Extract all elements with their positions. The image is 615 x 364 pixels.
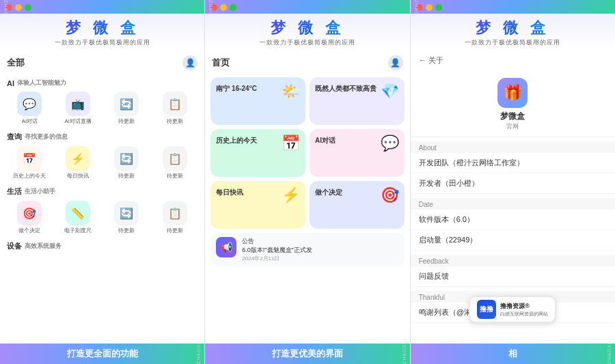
decide-card[interactable]: 做个决定 🎯 [310,181,405,229]
app-subtitle-3: 一款致力于极优极简极用的应用 [413,38,612,47]
feedback-row[interactable]: 问题反馈 [411,266,615,287]
list-item[interactable]: 💬 AI对话 [7,92,53,125]
l-pending2-icon: 📋 [163,201,187,225]
history-card[interactable]: 历史上的今天 📅 [210,129,305,177]
about-section-thankful: Thankful 鸣谢列表（@淋菇 @奶奶抱凌青橼） [411,291,615,323]
l-pending1-icon: 🔄 [114,201,139,225]
titlebar-3 [411,0,615,14]
announcement-bar: 📢 公告 6.0版本!"蠢魅魔盒"正式发 2024年2月11日 [210,233,404,266]
quote-card[interactable]: 既然人类都不致高贵 💎 [310,77,405,125]
section-life: 生活 生活小助手 [7,186,197,197]
section-device-sub: 高效系统服务 [25,242,62,251]
traffic-green-1[interactable] [25,4,31,11]
l-pending1-label: 待更新 [118,227,135,234]
ruler-icon: 📏 [66,201,90,225]
nav-title-1: 全部 [7,57,25,69]
traffic-yellow-1[interactable] [15,4,22,11]
thankful-row: 鸣谢列表（@淋菇 @奶奶抱凌青橼） [411,303,615,323]
list-item[interactable]: 📋 待更新 [152,146,197,180]
section-life-sub: 生活小助手 [25,187,55,196]
list-item[interactable]: 📅 历史上的今天 [7,146,53,180]
p1-sections: AI 体验人工智能魅力 💬 AI对话 📺 AI对话直播 🔄 待更新 📋 [0,73,204,261]
about-app-info: 🎁 梦微盒 官网 [411,71,615,137]
decision-icon: 🎯 [17,201,42,225]
thankful-section-title: Thankful [411,291,615,303]
nav-title-2: 首页 [212,57,230,69]
panel-bottom-2: 打造更优美的界面 [205,344,409,364]
traffic-yellow-2[interactable] [220,4,227,11]
card-grid-bot: 每日快讯 ⚡ 做个决定 🎯 [210,181,404,229]
panel-bottom-3: 相 [411,344,615,364]
panel-content-3: ← 关于 🎁 梦微盒 官网 About 开发团队（橙汁云网络工作室） 开发者（田… [411,50,615,344]
announcement-date: 2024年2月11日 [242,255,312,262]
query-grid: 📅 历史上的今天 ⚡ 每日快讯 🔄 待更新 📋 待更新 [7,146,197,180]
section-device: 设备 高效系统服务 [7,241,197,251]
list-item[interactable]: 🎯 做个决定 [7,201,53,234]
ai-pending2-icon: 📋 [163,92,187,116]
announcement-text: 6.0版本!"蠢魅魔盒"正式发 [242,246,312,255]
q-pending2-icon: 📋 [163,146,187,171]
feedback-section-title: Feedback [411,255,615,266]
panel-content-1: 全部 👤 AI 体验人工智能魅力 💬 AI对话 📺 AI对话直播 🔄 [0,50,204,344]
news-card[interactable]: 每日快讯 ⚡ [210,181,305,229]
panel-content-2: 首页 👤 南宁 16-24°C 🌤️ 既然人类都不致高贵 💎 历史上的今天 📅 [205,50,409,344]
about-app-name: 梦微盒 [500,111,525,122]
l-pending2-label: 待更新 [167,227,183,234]
app-title-1: 梦 微 盒 [3,18,202,38]
ai-grid: 💬 AI对话 📺 AI对话直播 🔄 待更新 📋 待更新 [7,92,197,125]
about-app-tag: 官网 [506,122,519,131]
news-icon: ⚡ [282,186,300,204]
ai-card[interactable]: AI对话 💬 [310,129,405,177]
list-item[interactable]: 📋 待更新 [152,92,197,125]
about-section-feedback: Feedback 问题反馈 [411,255,615,287]
panel-3: ZHAOXIN◇ZHAOXIN◇ZHAOXIN◇ZHAOXIN◇ZHAOXIN◇… [411,0,615,364]
back-button[interactable]: ← 关于 [419,55,443,66]
today-history-icon: 📅 [17,146,42,171]
section-query-label: 查询 [7,132,22,142]
life-grid: 🎯 做个决定 📏 电子刻度尺 🔄 待更新 📋 待更新 [7,201,197,234]
app-header-2: 梦 微 盒 一款致力于极优极简极用的应用 [205,14,409,50]
about-row-team: 开发团队（橙汁云网络工作室） [411,153,615,173]
traffic-green-2[interactable] [230,4,236,11]
ai-chat-icon: 💬 [17,92,42,116]
panel-2: ZHAOXIN◇ZHAOXIN◇ZHAOXIN◇ZHAOXIN◇ZHAOXIN◇… [204,0,410,364]
section-ai-label: AI [7,79,14,87]
user-avatar-1[interactable]: 👤 [182,55,197,70]
list-item[interactable]: 🔄 待更新 [104,146,150,180]
list-item[interactable]: 📏 电子刻度尺 [55,201,101,234]
list-item[interactable]: 🔄 待更新 [104,201,150,234]
about-row-dev: 开发者（田小橙） [411,173,615,194]
q-pending1-label: 待更新 [118,172,135,180]
user-avatar-2[interactable]: 👤 [388,55,403,70]
titlebar-2 [205,0,409,14]
ruler-label: 电子刻度尺 [64,227,92,234]
list-item[interactable]: 🔄 待更新 [104,92,150,125]
titlebar-1 [0,0,204,14]
section-query: 查询 寻找更多的信息 [7,132,197,142]
weather-card[interactable]: 南宁 16-24°C 🌤️ [210,77,305,125]
section-ai-sub: 体验人工智能魅力 [17,79,66,87]
date-row-launches: 启动量（22949） [411,230,615,251]
ai-pending2-label: 待更新 [167,117,183,125]
history-icon: 📅 [282,135,300,152]
list-item[interactable]: ⚡ 每日快讯 [55,146,101,180]
section-ai: AI 体验人工智能魅力 [7,79,197,87]
announcement-icon: 📢 [216,237,236,257]
ai-pending1-icon: 🔄 [114,92,139,116]
card-grid-mid: 历史上的今天 📅 AI对话 💬 [210,129,404,177]
list-item[interactable]: 📋 待更新 [152,201,197,234]
traffic-green-3[interactable] [435,4,442,11]
app-title-3: 梦 微 盒 [413,18,612,38]
traffic-yellow-3[interactable] [426,4,433,11]
list-item[interactable]: 📺 AI对话直播 [55,92,101,125]
daily-news-label: 每日快讯 [67,172,89,180]
about-section-about: About 开发团队（橙汁云网络工作室） 开发者（田小橙） [411,141,615,194]
p2-sections: 南宁 16-24°C 🌤️ 既然人类都不致高贵 💎 历史上的今天 📅 AI对话 … [205,73,409,270]
decision-label: 做个决定 [18,227,40,234]
section-query-sub: 寻找更多的信息 [25,132,68,141]
section-life-label: 生活 [7,186,22,197]
quote-icon: 💎 [381,83,399,100]
announcement-content: 公告 6.0版本!"蠢魅魔盒"正式发 2024年2月11日 [242,237,312,262]
panel-bottom-1: 打造更全面的功能 [0,344,204,364]
ai-card-icon: 💬 [381,135,399,152]
